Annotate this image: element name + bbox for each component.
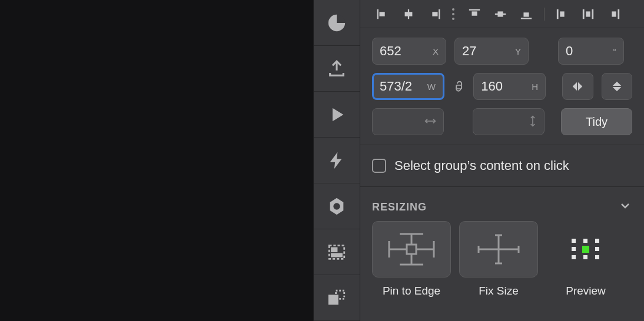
align-hcenter-icon[interactable]	[398, 5, 419, 23]
select-group-content-row: Select group’s content on click	[360, 145, 644, 187]
width-field[interactable]: 573/2 W	[372, 73, 444, 100]
pin-to-edge-card: Pin to Edge	[372, 221, 451, 297]
horizontal-spacing-field[interactable]	[372, 108, 444, 135]
preview-label: Preview	[566, 285, 606, 297]
svg-rect-17	[523, 12, 529, 16]
svg-rect-2	[332, 248, 337, 251]
align-bottom-icon[interactable]	[516, 5, 537, 23]
align-top-icon[interactable]	[464, 5, 485, 23]
resizing-title: RESIZING	[372, 201, 427, 213]
preview-display	[546, 221, 625, 277]
svg-rect-11	[432, 12, 437, 16]
svg-rect-23	[618, 9, 619, 19]
settings-nut-icon[interactable]	[314, 183, 360, 229]
select-group-content-checkbox[interactable]	[372, 159, 386, 173]
width-label: W	[427, 82, 436, 92]
rotation-label: °	[613, 46, 616, 56]
svg-rect-25	[456, 85, 462, 89]
svg-rect-7	[380, 12, 385, 16]
alignment-options-icon[interactable]	[452, 8, 456, 21]
svg-rect-3	[332, 253, 342, 256]
tidy-label: Tidy	[586, 115, 608, 129]
y-label: Y	[515, 46, 521, 56]
distribute-left-icon[interactable]	[552, 5, 573, 23]
pin-to-edge-button[interactable]	[372, 221, 451, 277]
resizing-header: RESIZING	[360, 187, 644, 221]
svg-rect-30	[407, 245, 416, 254]
canvas[interactable]	[0, 0, 313, 321]
play-icon[interactable]	[314, 92, 360, 138]
fix-size-card: Fix Size	[459, 221, 538, 297]
flip-vertical-button[interactable]	[602, 73, 632, 100]
x-label: X	[433, 46, 439, 56]
vertical-spacing-field[interactable]	[473, 108, 545, 135]
preview-card: Preview	[546, 221, 625, 297]
distribute-hcenter-icon[interactable]	[577, 5, 599, 23]
export-icon[interactable]	[314, 46, 360, 92]
align-right-icon[interactable]	[424, 5, 445, 23]
arrows-horizontal-icon	[424, 117, 436, 127]
tool-pie-icon[interactable]	[314, 0, 360, 46]
select-group-content-label: Select group’s content on click	[394, 158, 569, 173]
selection-icon[interactable]	[314, 229, 360, 275]
svg-rect-20	[583, 9, 585, 19]
align-left-icon[interactable]	[372, 5, 393, 23]
fix-size-button[interactable]	[459, 221, 538, 277]
align-vcenter-icon[interactable]	[490, 5, 511, 23]
svg-rect-21	[592, 9, 593, 19]
tidy-button[interactable]: Tidy	[561, 108, 632, 135]
rotation-field[interactable]: 0 °	[558, 38, 624, 65]
inspector-panel: 652 X 27 Y 0 ° 573/2 W	[360, 0, 644, 321]
y-value: 27	[462, 44, 521, 59]
fix-size-label: Fix Size	[479, 285, 519, 297]
rotation-value: 0	[566, 44, 616, 59]
arrows-vertical-icon	[529, 115, 537, 129]
resize-icon[interactable]	[314, 275, 360, 321]
preview-object	[582, 246, 589, 253]
pin-to-edge-label: Pin to Edge	[383, 285, 440, 297]
chevron-down-icon[interactable]	[618, 199, 632, 215]
constrain-proportions-icon[interactable]	[453, 78, 465, 95]
resizing-options: Pin to Edge Fix Size	[360, 221, 644, 303]
tool-rail	[313, 0, 360, 321]
svg-rect-22	[586, 11, 590, 16]
y-field[interactable]: 27 Y	[454, 38, 529, 65]
height-field[interactable]: 160 H	[473, 73, 546, 100]
svg-point-0	[333, 203, 340, 209]
bolt-icon[interactable]	[314, 138, 360, 183]
svg-rect-13	[472, 11, 477, 15]
svg-rect-24	[612, 11, 616, 16]
x-field[interactable]: 652 X	[372, 38, 446, 65]
alignment-bar	[360, 0, 644, 28]
height-label: H	[532, 82, 538, 92]
flip-horizontal-button[interactable]	[562, 73, 593, 100]
svg-rect-9	[405, 12, 413, 16]
geometry-panel: 652 X 27 Y 0 ° 573/2 W	[360, 28, 644, 145]
svg-rect-15	[497, 11, 503, 16]
svg-rect-18	[557, 9, 559, 19]
svg-rect-19	[560, 11, 564, 16]
distribute-right-icon[interactable]	[603, 5, 625, 23]
height-value: 160	[481, 79, 538, 94]
x-value: 652	[380, 44, 439, 59]
